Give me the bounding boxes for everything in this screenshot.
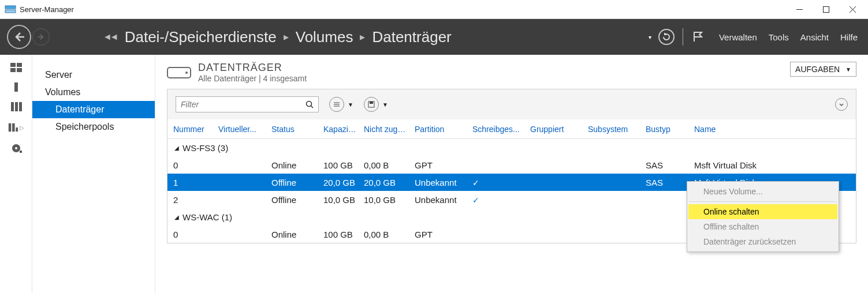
cell-capacity: 20,0 GB	[320, 178, 360, 187]
dashboard-icon[interactable]	[10, 63, 22, 72]
breadcrumb-seg-2[interactable]: Datenträger	[372, 28, 451, 46]
breadcrumb-overflow-icon[interactable]: ◄◄	[103, 32, 117, 42]
cell-partition: GPT	[411, 230, 469, 239]
svg-point-24	[307, 102, 312, 107]
cell-status: Offline	[268, 195, 320, 205]
expand-button[interactable]	[835, 98, 848, 111]
cell-partition: GPT	[411, 160, 469, 170]
svg-line-25	[311, 106, 314, 108]
menu-hilfe[interactable]: Hilfe	[840, 32, 858, 42]
svg-rect-13	[11, 102, 14, 111]
search-icon[interactable]	[306, 100, 314, 108]
col-subsystem[interactable]: Subsystem	[584, 125, 642, 134]
cell-number: 0	[170, 230, 215, 239]
svg-rect-21	[20, 151, 22, 153]
notifications-flag-icon[interactable]	[691, 30, 704, 44]
svg-rect-30	[370, 102, 373, 104]
col-partition[interactable]: Partition	[411, 125, 469, 134]
cell-readonly: ✓	[469, 195, 527, 205]
menu-tools[interactable]: Tools	[769, 32, 789, 42]
chevron-right-icon: ▸	[284, 31, 289, 43]
disk-icon[interactable]	[10, 144, 22, 153]
cell-capacity: 10,0 GB	[320, 195, 360, 205]
breadcrumb-seg-0[interactable]: Datei-/Speicherdienste	[125, 28, 277, 46]
breadcrumb: ◄◄ Datei-/Speicherdienste ▸ Volumes ▸ Da…	[103, 28, 452, 46]
ctx-offline: Offline schalten	[688, 219, 837, 234]
nav-disks[interactable]: Datenträger	[32, 101, 155, 118]
svg-rect-8	[10, 63, 16, 67]
cell-capacity: 100 GB	[320, 230, 360, 239]
cell-partition: Unbekannt	[411, 195, 469, 205]
svg-point-23	[185, 72, 188, 74]
menu-ansicht[interactable]: Ansicht	[800, 32, 829, 42]
filter-input[interactable]	[181, 100, 306, 109]
svg-rect-10	[10, 68, 16, 72]
checkmark-icon: ✓	[472, 196, 479, 205]
filter-box[interactable]	[176, 96, 319, 112]
svg-rect-18	[16, 127, 18, 132]
svg-rect-12	[14, 82, 18, 92]
svg-rect-14	[15, 102, 18, 111]
col-grouped[interactable]: Gruppiert	[527, 125, 584, 134]
back-button[interactable]	[7, 25, 31, 49]
window-title: Server-Manager	[20, 5, 786, 14]
group-row[interactable]: ◢ WS-FS3 (3)	[167, 139, 856, 156]
col-unallocated[interactable]: Nicht zuge...	[360, 125, 411, 134]
col-name[interactable]: Name	[691, 125, 854, 134]
nav-server[interactable]: Server	[32, 66, 155, 84]
all-servers-icon[interactable]	[10, 102, 22, 111]
toolbar-dropdown-icon[interactable]: ▾	[649, 34, 651, 40]
col-readonly[interactable]: Schreibges...	[469, 125, 527, 134]
cell-number: 2	[170, 195, 215, 205]
file-services-icon[interactable]: ▷	[8, 122, 24, 133]
breadcrumb-seg-1[interactable]: Volumes	[296, 28, 353, 46]
svg-rect-15	[19, 102, 22, 111]
maximize-button[interactable]	[813, 1, 839, 18]
table-row[interactable]: 0 Online 100 GB 0,00 B GPT SAS Msft Virt…	[167, 156, 856, 174]
divider	[683, 28, 683, 46]
cell-bustype: SAS	[642, 160, 691, 170]
menu-verwalten[interactable]: Verwalten	[719, 32, 757, 42]
ctx-new-volume: Neues Volume...	[688, 184, 837, 199]
minimize-button[interactable]	[786, 1, 813, 18]
table-header: Nummer Virtueller... Status Kapazit... N…	[167, 119, 856, 139]
icon-strip: ▷	[0, 55, 32, 293]
close-button[interactable]	[839, 1, 866, 18]
cell-readonly: ✓	[469, 178, 527, 187]
list-icon	[333, 100, 341, 108]
refresh-button[interactable]	[658, 29, 675, 45]
page-body: ▷ Server Volumes Datenträger Speicherpoo…	[0, 55, 868, 293]
toolbar: ◄◄ Datei-/Speicherdienste ▸ Volumes ▸ Da…	[0, 19, 868, 55]
server-icon[interactable]	[10, 82, 22, 92]
ctx-online[interactable]: Online schalten	[688, 204, 837, 219]
side-nav: Server Volumes Datenträger Speicherpools	[32, 55, 155, 293]
col-bustype[interactable]: Bustyp	[642, 125, 691, 134]
svg-rect-3	[823, 6, 829, 12]
save-options-button[interactable]: ▼	[364, 97, 388, 112]
group-label: WS-WAC (1)	[182, 212, 232, 222]
cell-number: 0	[170, 160, 215, 170]
cell-status: Offline	[268, 178, 320, 187]
tasks-button[interactable]: AUFGABEN ▼	[790, 62, 856, 77]
content-title: DATENTRÄGER	[198, 62, 307, 74]
svg-rect-0	[5, 6, 16, 9]
context-menu: Neues Volume... Online schalten Offline …	[687, 181, 839, 252]
cell-number: 1	[170, 178, 215, 187]
svg-rect-1	[5, 10, 16, 13]
group-label: WS-FS3 (3)	[182, 143, 228, 153]
col-capacity[interactable]: Kapazit...	[320, 125, 360, 134]
nav-pools[interactable]: Speicherpools	[32, 118, 155, 136]
col-status[interactable]: Status	[268, 125, 320, 134]
content-subtitle: Alle Datenträger | 4 insgesamt	[198, 74, 307, 83]
col-virtual[interactable]: Virtueller...	[215, 125, 268, 134]
app-icon	[5, 5, 16, 13]
chevron-down-icon: ▼	[845, 66, 851, 73]
cell-status: Online	[268, 160, 320, 170]
nav-volumes[interactable]: Volumes	[32, 84, 155, 101]
view-options-button[interactable]: ▼	[329, 97, 353, 112]
content-header: DATENTRÄGER Alle Datenträger | 4 insgesa…	[167, 62, 856, 83]
cell-partition: Unbekannt	[411, 178, 469, 187]
cell-bustype: SAS	[642, 178, 691, 187]
chevron-right-icon: ▸	[360, 31, 365, 43]
col-number[interactable]: Nummer	[170, 125, 215, 134]
